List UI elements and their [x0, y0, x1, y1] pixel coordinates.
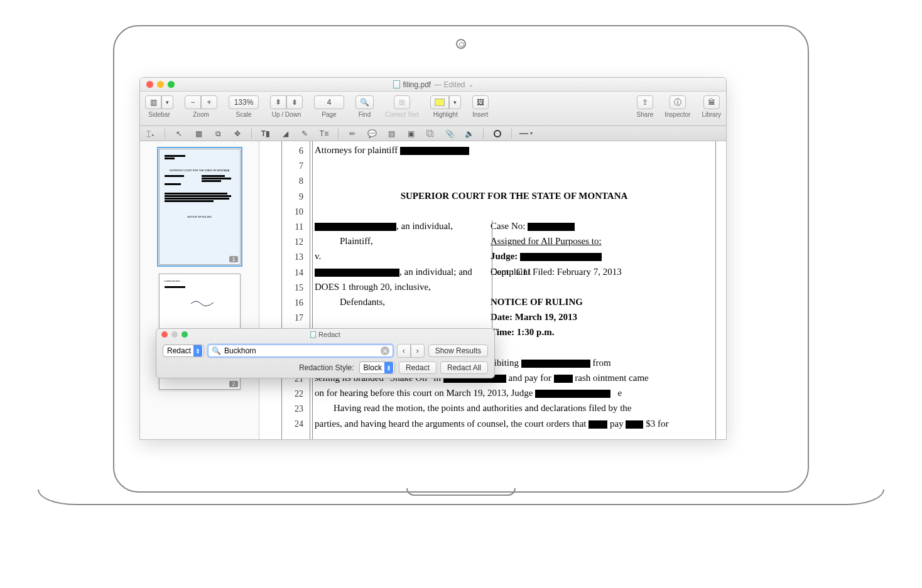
copy-tool-icon[interactable]: ⿻ [423, 128, 437, 139]
shape-circle-icon[interactable] [491, 128, 504, 139]
scale-field[interactable]: 133% [229, 95, 259, 109]
redaction-style-label: Redaction Style: [299, 363, 354, 372]
redact-mode-select[interactable]: Redact ▲▼ [163, 345, 204, 357]
redact-tool-icon[interactable]: T▮ [259, 128, 273, 139]
text: NOTICE OF RULING [491, 294, 713, 309]
document-content: Attorneys for plaintiff SUPERIOR COURT F… [315, 142, 713, 431]
window-controls [140, 81, 175, 88]
text: Defendants, [315, 294, 491, 309]
text: e [617, 388, 622, 398]
divider [165, 129, 165, 139]
close-icon[interactable] [146, 81, 153, 88]
line-numbers: 6789101112131415161718192021222324 [285, 144, 303, 432]
updown-label: Up / Down [272, 111, 301, 118]
text: rash ointment came [575, 373, 648, 383]
divider [251, 129, 252, 139]
highlight-button[interactable] [430, 95, 449, 109]
signature-tool-icon[interactable]: ✎ [298, 128, 312, 139]
marker-tool-icon[interactable]: ✏ [345, 128, 359, 139]
text: Assigned for All Purposes to: [491, 236, 602, 246]
select-value: Redact [167, 346, 191, 355]
divider [338, 129, 339, 139]
text: Plaintiff, [315, 233, 491, 249]
text: and pay for [508, 373, 551, 383]
scale-group: 133% Scale [229, 95, 259, 118]
edited-indicator: — Edited [434, 80, 465, 89]
redact-panel: Redact Redact ▲▼ 🔍 ✕ ‹ › Show Results Re… [156, 328, 495, 378]
search-field[interactable] [224, 346, 377, 355]
updown-group: ⇞ ⇟ Up / Down [270, 95, 303, 118]
clear-icon[interactable]: ✕ [381, 346, 389, 355]
redact-all-button[interactable]: Redact All [440, 361, 488, 374]
page-down-button[interactable]: ⇟ [286, 95, 303, 109]
table-tool-icon[interactable]: ▦ [192, 128, 205, 139]
page-number-badge: 2 [229, 381, 237, 387]
select-value: Block [364, 363, 382, 372]
text: DOES 1 through 20, inclusive, [315, 279, 491, 294]
share-button[interactable]: ⇪ [637, 95, 653, 109]
redaction-mark [315, 223, 396, 231]
text-style-tool-icon[interactable]: T≡ [317, 128, 331, 139]
sidebar-menu-button[interactable]: ▾ [161, 95, 173, 109]
thumbnail-sidebar[interactable]: SUPERIOR COURT FOR THE STATE OF MONTANA [140, 141, 259, 439]
text: Time: 1:30 p.m. [491, 324, 713, 339]
fullscreen-icon[interactable] [168, 81, 175, 88]
sidebar-toggle-button[interactable]: ▥ [145, 95, 161, 109]
titlebar: filing.pdf — Edited ⌄ [140, 78, 726, 92]
close-icon[interactable] [161, 331, 168, 338]
library-button[interactable]: 🏛 [703, 95, 720, 109]
redact-panel-titlebar: Redact [156, 329, 494, 340]
text: Having read the motion, the points and a… [334, 403, 631, 413]
fullscreen-icon[interactable] [182, 331, 188, 338]
window-title[interactable]: filing.pdf — Edited ⌄ [393, 80, 473, 89]
correct-text-button[interactable]: ⊞ [394, 95, 410, 109]
note-tool-icon[interactable]: ▤ [384, 128, 398, 139]
text: Complaint Filed: February 7, 2013 [491, 264, 713, 279]
move-tool-icon[interactable]: ✥ [230, 128, 244, 139]
insert-group: 🖼 Insert [472, 95, 489, 118]
show-results-button[interactable]: Show Results [428, 345, 488, 357]
find-button[interactable]: 🔍 [355, 95, 374, 109]
text: , an individual, [396, 221, 453, 231]
next-result-button[interactable]: › [411, 344, 425, 358]
zoom-in-button[interactable]: + [201, 95, 217, 109]
color-edit-tool-icon[interactable]: ◢ [278, 128, 292, 139]
text: from [592, 358, 610, 368]
share-group: ⇪ Share [637, 95, 654, 118]
thumbnail-page-1[interactable]: SUPERIOR COURT FOR THE STATE OF MONTANA [159, 149, 241, 265]
pointer-tool-icon[interactable]: ↖ [172, 128, 186, 139]
margin-line [715, 141, 716, 439]
text-cursor-tool-icon[interactable]: ⌶▸ [144, 128, 158, 139]
insert-button[interactable]: 🖼 [472, 95, 489, 109]
line-weight-icon[interactable]: ▾ [519, 128, 533, 139]
main-toolbar: ▥ ▾ Sidebar − + Zoom 133% Scale ⇞ ⇟ Up /… [140, 92, 726, 126]
page-field[interactable]: 4 [314, 95, 344, 109]
share-label: Share [637, 111, 654, 118]
redact-button[interactable]: Redact [399, 361, 437, 374]
highlight-swatch-icon [435, 99, 445, 106]
prev-result-button[interactable]: ‹ [397, 344, 411, 358]
crop-tool-icon[interactable]: ⧉ [211, 128, 225, 139]
workspace: SUPERIOR COURT FOR THE STATE OF MONTANA [140, 141, 726, 439]
page-canvas: 6789101112131415161718192021222324 Attor… [266, 141, 720, 439]
page-up-button[interactable]: ⇞ [270, 95, 286, 109]
redact-search-input[interactable]: 🔍 ✕ [208, 345, 393, 357]
find-label: Find [359, 111, 371, 118]
redaction-style-select[interactable]: Block ▲▼ [359, 361, 395, 374]
redaction-mark [315, 269, 399, 277]
highlight-label: Highlight [433, 111, 458, 118]
text: $3 for [646, 419, 668, 429]
redaction-mark [626, 420, 643, 429]
comment-tool-icon[interactable]: 💬 [365, 128, 379, 139]
zoom-out-button[interactable]: − [185, 95, 201, 109]
stamp-tool-icon[interactable]: ▣ [404, 128, 418, 139]
inspector-button[interactable]: ⓘ [670, 95, 686, 109]
court-title: SUPERIOR COURT FOR THE STATE OF MONTANA [315, 188, 713, 203]
sound-tool-icon[interactable]: 🔈 [462, 128, 476, 139]
document-view[interactable]: 6789101112131415161718192021222324 Attor… [259, 141, 726, 439]
minimize-icon[interactable] [171, 331, 178, 338]
attachment-tool-icon[interactable]: 📎 [443, 128, 457, 139]
minimize-icon[interactable] [157, 81, 164, 88]
app-window: filing.pdf — Edited ⌄ ▥ ▾ Sidebar − + Zo… [139, 77, 727, 440]
highlight-menu-button[interactable]: ▾ [449, 95, 461, 109]
